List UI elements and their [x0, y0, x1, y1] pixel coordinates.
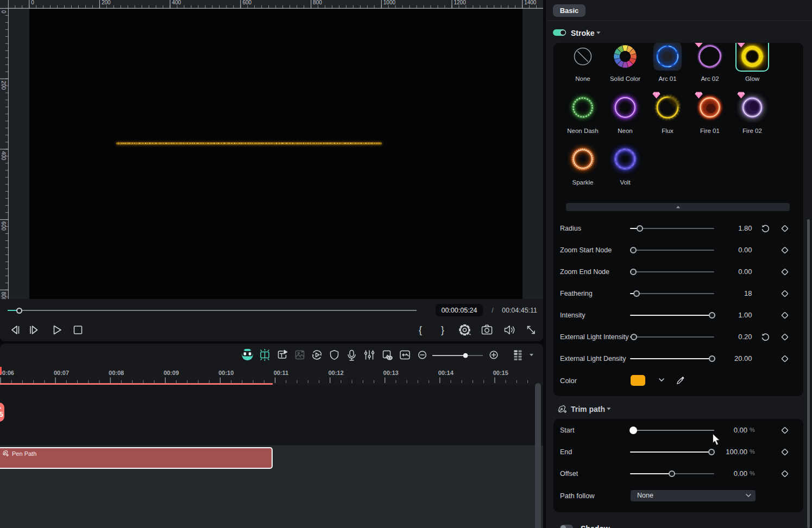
svg-text:00:13: 00:13 — [383, 370, 399, 376]
svg-text:00:07: 00:07 — [54, 370, 69, 376]
svg-text:200: 200 — [1, 81, 7, 90]
svg-text:800: 800 — [313, 0, 322, 5]
svg-text:00:09: 00:09 — [163, 370, 179, 376]
svg-text:400: 400 — [172, 0, 181, 5]
svg-text:00:08: 00:08 — [109, 370, 124, 376]
svg-text:400: 400 — [1, 151, 7, 160]
svg-text:800: 800 — [1, 292, 7, 299]
svg-text:600: 600 — [1, 221, 7, 231]
svg-text:{: { — [419, 325, 422, 335]
svg-text:0: 0 — [1, 10, 7, 14]
svg-text:00:14: 00:14 — [438, 370, 454, 376]
svg-text:00:10: 00:10 — [218, 370, 234, 376]
svg-text:1000: 1000 — [383, 0, 396, 5]
svg-text:0: 0 — [31, 0, 34, 5]
svg-text:1400: 1400 — [524, 0, 537, 5]
svg-text:}: } — [441, 325, 444, 335]
svg-text:200: 200 — [102, 0, 111, 5]
svg-text:00:11: 00:11 — [274, 370, 289, 376]
svg-text:00:12: 00:12 — [328, 370, 343, 376]
svg-text:1200: 1200 — [454, 0, 467, 5]
svg-text:600: 600 — [242, 0, 251, 5]
svg-text:00:15: 00:15 — [493, 370, 508, 376]
svg-text:00:06: 00:06 — [0, 370, 14, 376]
